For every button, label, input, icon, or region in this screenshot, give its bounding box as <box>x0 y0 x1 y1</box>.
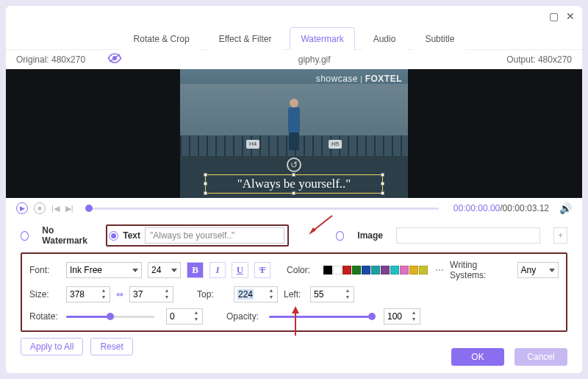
filebar: Original: 480x270 giphy.gif Output: 480x… <box>6 50 582 69</box>
reload-icon[interactable]: ↺ <box>287 157 301 172</box>
color-swatch[interactable] <box>419 266 428 274</box>
color-swatch[interactable] <box>333 266 342 274</box>
opacity-input[interactable]: 100▲▼ <box>384 308 420 325</box>
cancel-button[interactable]: Cancel <box>514 348 567 366</box>
strike-button[interactable]: T <box>254 262 270 278</box>
tab-watermark[interactable]: Watermark <box>290 27 354 50</box>
maximize-icon[interactable]: ▢ <box>549 10 559 22</box>
font-size-select[interactable]: 24 <box>148 262 181 278</box>
preview-area: showcase | FOXTEL H4 H5 ↺ "Always be you… <box>6 69 582 198</box>
color-swatch[interactable] <box>323 266 332 274</box>
rotate-input[interactable]: 0▲▼ <box>166 308 203 325</box>
bold-button[interactable]: B <box>187 262 203 278</box>
color-swatch[interactable] <box>352 266 361 274</box>
titlebar: ▢ ✕ <box>6 6 582 26</box>
size-label: Size: <box>29 289 60 300</box>
tab-audio[interactable]: Audio <box>362 27 407 50</box>
writing-systems-select[interactable]: Any <box>517 262 559 278</box>
italic-button[interactable]: I <box>209 262 226 278</box>
color-swatch[interactable] <box>371 266 380 274</box>
color-swatch[interactable] <box>343 266 351 274</box>
tab-subtitle[interactable]: Subtitle <box>414 27 465 50</box>
link-icon[interactable]: ⇔ <box>116 289 123 300</box>
svg-marker-5 <box>292 306 299 314</box>
add-image-button[interactable]: + <box>553 227 567 244</box>
opacity-label: Opacity: <box>226 311 263 322</box>
more-colors-icon[interactable]: ⋯ <box>435 265 444 275</box>
color-swatch[interactable] <box>390 266 399 274</box>
playbar: ▶ ■ |◀ ▶| 00:00:00.00/00:00:03.12 🔊 <box>6 198 582 219</box>
radio-image[interactable] <box>336 231 344 241</box>
annotation-arrow-up-icon <box>291 306 300 339</box>
image-label: Image <box>357 230 383 241</box>
font-label: Font: <box>29 265 60 275</box>
output-size: Output: 480x270 <box>506 54 572 65</box>
color-swatch[interactable] <box>362 266 370 274</box>
left-label: Left: <box>284 289 304 300</box>
top-label: Top: <box>197 289 228 300</box>
timecode: 00:00:00.00/00:00:03.12 <box>453 203 549 213</box>
play-icon[interactable]: ▶ <box>16 202 28 214</box>
watermark-box[interactable]: "Always be yourself.." <box>205 174 383 194</box>
tab-effect-filter[interactable]: Effect & Filter <box>208 27 283 50</box>
width-input[interactable]: 378▲▼ <box>66 286 110 302</box>
tab-rotate-crop[interactable]: Rotate & Crop <box>123 27 201 50</box>
annotation-arrow-icon <box>307 214 334 236</box>
stop-icon[interactable]: ■ <box>34 202 46 214</box>
video-preview[interactable]: showcase | FOXTEL H4 H5 ↺ "Always be you… <box>180 69 408 198</box>
brand-overlay: showcase | FOXTEL <box>316 74 402 84</box>
original-size: Original: 480x270 <box>16 54 85 65</box>
image-path-input[interactable] <box>396 227 540 244</box>
close-icon[interactable]: ✕ <box>566 10 575 22</box>
marker-h4: H4 <box>246 140 259 149</box>
timeline[interactable] <box>85 208 439 210</box>
prev-icon[interactable]: |◀ <box>51 204 60 213</box>
marker-h5: H5 <box>329 140 342 149</box>
height-input[interactable]: 37▲▼ <box>129 286 173 302</box>
watermark-text-preview: "Always be yourself.." <box>207 177 381 191</box>
watermark-type-row: No Watermark Text Image + <box>6 219 582 252</box>
next-icon[interactable]: ▶| <box>65 204 74 213</box>
footer-buttons: OK Cancel <box>451 348 567 366</box>
color-swatches <box>323 266 428 274</box>
top-input[interactable]: 224▲▼ <box>234 286 278 302</box>
no-watermark-label: No Watermark <box>42 225 93 246</box>
font-family-select[interactable]: Ink Free <box>66 262 142 278</box>
apply-all-button[interactable]: Apply to All <box>21 338 83 355</box>
color-label: Color: <box>287 265 318 275</box>
reset-button[interactable]: Reset <box>90 338 132 355</box>
opacity-slider[interactable] <box>269 316 372 318</box>
underline-button[interactable]: U <box>232 262 248 278</box>
radio-text[interactable] <box>109 231 118 241</box>
watermark-text-input[interactable] <box>145 227 284 244</box>
volume-icon[interactable]: 🔊 <box>559 202 572 214</box>
filename: giphy.gif <box>298 54 331 65</box>
timeline-thumb[interactable] <box>85 205 93 212</box>
eye-icon[interactable] <box>107 53 122 66</box>
tabs: Rotate & Crop Effect & Filter Watermark … <box>6 26 582 50</box>
rotate-label: Rotate: <box>29 311 60 322</box>
color-swatch[interactable] <box>409 266 418 274</box>
color-swatch[interactable] <box>400 266 409 274</box>
rotate-slider[interactable] <box>66 316 154 318</box>
text-label: Text <box>123 230 140 241</box>
radio-no-watermark[interactable] <box>21 231 29 241</box>
color-swatch[interactable] <box>381 266 390 274</box>
ok-button[interactable]: OK <box>451 348 504 366</box>
left-input[interactable]: 55▲▼ <box>310 286 354 302</box>
writing-systems-label: Writing Systems: <box>450 260 511 280</box>
